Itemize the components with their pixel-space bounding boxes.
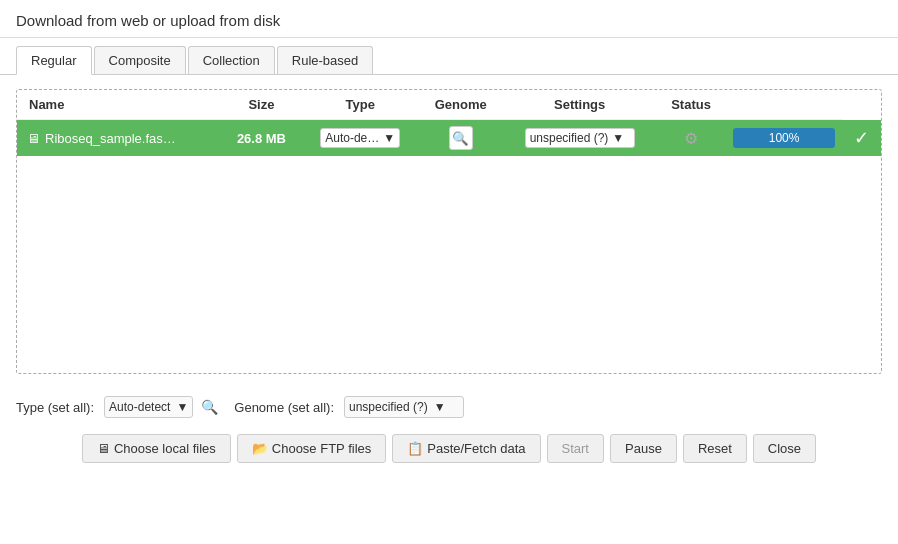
type-set-all-label: Type (set all):: [16, 400, 94, 415]
choose-local-label: Choose local files: [114, 441, 216, 456]
close-button[interactable]: Close: [753, 434, 816, 463]
progress-value: 100%: [769, 131, 800, 145]
col-genome: Genome: [419, 90, 502, 120]
table-row: 🖥 Riboseq_sample.fas… 26.8 MB Auto-de… ▼…: [17, 120, 881, 157]
page-title: Download from web or upload from disk: [0, 0, 898, 38]
col-name: Name: [17, 90, 222, 120]
tab-composite[interactable]: Composite: [94, 46, 186, 74]
genome-set-all-arrow: ▼: [434, 400, 446, 414]
close-label: Close: [768, 441, 801, 456]
table-header-row: Name Size Type Genome Settings Status: [17, 90, 881, 120]
tab-rule-based[interactable]: Rule-based: [277, 46, 374, 74]
reset-button[interactable]: Reset: [683, 434, 747, 463]
progress-bar: 100%: [733, 128, 835, 148]
choose-ftp-label: Choose FTP files: [272, 441, 371, 456]
tabs-bar: Regular Composite Collection Rule-based: [0, 38, 898, 75]
paste-icon: 📋: [407, 441, 423, 456]
search-icon-button[interactable]: 🔍: [449, 126, 473, 150]
file-search-cell: 🔍: [419, 120, 502, 157]
type-search-button[interactable]: 🔍: [199, 397, 220, 417]
file-table: Name Size Type Genome Settings Status 🖥 …: [17, 90, 881, 156]
file-size: 26.8 MB: [222, 120, 302, 157]
file-genome-cell: unspecified (?) ▼: [502, 120, 657, 157]
check-icon: ✓: [854, 127, 869, 149]
col-action: [725, 90, 843, 120]
type-dropdown-arrow: ▼: [383, 131, 395, 145]
file-name-cell: 🖥 Riboseq_sample.fas…: [17, 120, 222, 157]
col-settings: Settings: [502, 90, 657, 120]
paste-fetch-label: Paste/Fetch data: [427, 441, 525, 456]
bottom-bar: Type (set all): Auto-detect ▼ 🔍 Genome (…: [0, 388, 898, 426]
file-type-cell: Auto-de… ▼: [301, 120, 419, 157]
genome-set-all-label: Genome (set all):: [234, 400, 334, 415]
col-type: Type: [301, 90, 419, 120]
local-files-icon: 🖥: [97, 441, 110, 456]
choose-ftp-files-button[interactable]: 📂 Choose FTP files: [237, 434, 386, 463]
file-settings-cell: ⚙: [657, 120, 725, 157]
genome-dropdown-arrow: ▼: [612, 131, 624, 145]
type-set-all-value: Auto-detect: [109, 400, 170, 414]
pause-label: Pause: [625, 441, 662, 456]
file-table-container: Name Size Type Genome Settings Status 🖥 …: [16, 89, 882, 374]
ftp-icon: 📂: [252, 441, 268, 456]
action-buttons: 🖥 Choose local files 📂 Choose FTP files …: [0, 426, 898, 471]
monitor-icon: 🖥: [27, 131, 40, 146]
col-status: Status: [657, 90, 725, 120]
file-progress-cell: 100%: [725, 120, 843, 157]
start-button[interactable]: Start: [547, 434, 604, 463]
file-name: Riboseq_sample.fas…: [45, 131, 176, 146]
genome-set-all-value: unspecified (?): [349, 400, 428, 414]
type-value: Auto-de…: [325, 131, 379, 145]
start-label: Start: [562, 441, 589, 456]
genome-value: unspecified (?): [530, 131, 609, 145]
gear-icon[interactable]: ⚙: [678, 125, 704, 151]
file-check-cell: ✓: [843, 120, 881, 157]
tab-regular[interactable]: Regular: [16, 46, 92, 75]
reset-label: Reset: [698, 441, 732, 456]
genome-dropdown[interactable]: unspecified (?) ▼: [525, 128, 635, 148]
pause-button[interactable]: Pause: [610, 434, 677, 463]
tab-collection[interactable]: Collection: [188, 46, 275, 74]
col-size: Size: [222, 90, 302, 120]
main-area: Name Size Type Genome Settings Status 🖥 …: [0, 75, 898, 388]
genome-set-all-dropdown[interactable]: unspecified (?) ▼: [344, 396, 464, 418]
choose-local-files-button[interactable]: 🖥 Choose local files: [82, 434, 231, 463]
paste-fetch-button[interactable]: 📋 Paste/Fetch data: [392, 434, 540, 463]
type-set-all-arrow: ▼: [176, 400, 188, 414]
type-set-all-dropdown[interactable]: Auto-detect ▼: [104, 396, 193, 418]
type-dropdown[interactable]: Auto-de… ▼: [320, 128, 400, 148]
